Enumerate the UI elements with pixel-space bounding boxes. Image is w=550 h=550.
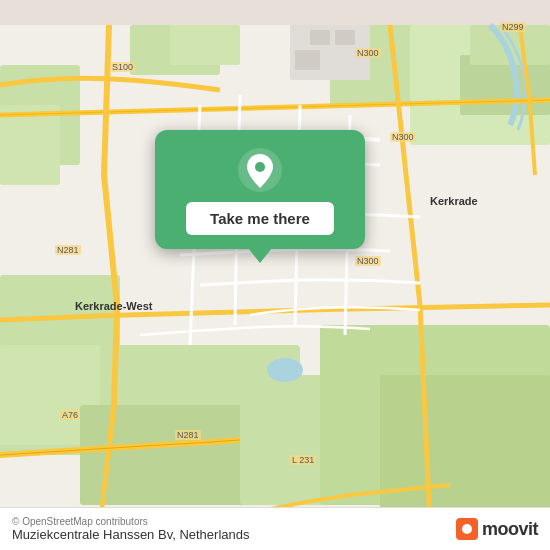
- kerkrade-label: Kerkrade: [430, 195, 478, 207]
- take-me-there-button[interactable]: Take me there: [186, 202, 334, 235]
- svg-rect-6: [0, 105, 60, 185]
- bottom-info: © OpenStreetMap contributors Muziekcentr…: [12, 516, 250, 542]
- svg-rect-10: [80, 405, 260, 505]
- svg-rect-4: [470, 25, 550, 65]
- svg-rect-9: [100, 345, 300, 505]
- svg-rect-15: [170, 25, 240, 65]
- svg-rect-11: [240, 375, 400, 505]
- svg-rect-13: [380, 375, 550, 515]
- svg-line-21: [0, 100, 550, 115]
- n281-label: N281: [55, 245, 81, 255]
- svg-point-20: [267, 358, 303, 382]
- svg-rect-16: [290, 25, 370, 80]
- svg-rect-18: [335, 30, 355, 45]
- attribution-text: © OpenStreetMap contributors: [12, 516, 250, 527]
- n300-mid-label: N300: [355, 256, 381, 266]
- l231-label: L 231: [290, 455, 316, 465]
- n300-top-label: N300: [355, 48, 381, 58]
- moovit-wordmark: moovit: [482, 519, 538, 540]
- a76-label: A76: [60, 410, 80, 420]
- svg-rect-7: [0, 275, 120, 455]
- map-container: Kerkrade-West Kerkrade S100 N300 N300 N2…: [0, 0, 550, 550]
- bottom-bar: © OpenStreetMap contributors Muziekcentr…: [0, 507, 550, 550]
- moovit-dot-icon: [456, 518, 478, 540]
- n299-label: N299: [500, 22, 526, 32]
- svg-rect-17: [310, 30, 330, 45]
- svg-point-24: [255, 162, 265, 172]
- s100-label: S100: [110, 62, 135, 72]
- svg-rect-14: [130, 25, 220, 75]
- kerkrade-west-label: Kerkrade-West: [75, 300, 152, 312]
- svg-rect-0: [0, 25, 550, 525]
- place-name-text: Muziekcentrale Hanssen Bv, Netherlands: [12, 527, 250, 542]
- n300-right-label: N300: [390, 132, 416, 142]
- svg-rect-12: [320, 325, 550, 505]
- svg-rect-8: [0, 345, 100, 445]
- moovit-logo: moovit: [456, 518, 538, 540]
- svg-rect-1: [330, 25, 450, 105]
- svg-line-22: [0, 100, 550, 115]
- svg-rect-2: [410, 25, 550, 145]
- popup-card: Take me there: [155, 130, 365, 249]
- svg-rect-19: [295, 50, 320, 70]
- svg-rect-3: [460, 55, 550, 115]
- svg-rect-5: [0, 65, 80, 165]
- location-pin-icon: [238, 148, 282, 192]
- n281-bottom-label: N281: [175, 430, 201, 440]
